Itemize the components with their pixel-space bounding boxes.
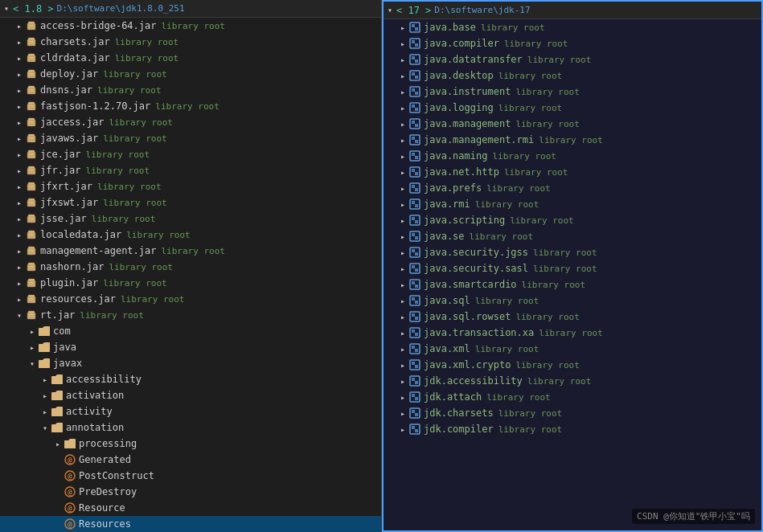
tree-item-java.instrument[interactable]: java.instrumentlibrary root — [384, 84, 761, 100]
tree-item-dnsns[interactable]: dnsns.jarlibrary root — [0, 82, 381, 98]
svg-rect-95 — [415, 124, 418, 127]
svg-rect-38 — [29, 218, 34, 219]
tree-item-jdk.attach[interactable]: jdk.attachlibrary root — [384, 389, 761, 405]
tree-item-jfxswt[interactable]: jfxswt.jarlibrary root — [0, 194, 381, 211]
tree-item-nashorn[interactable]: nashorn.jarlibrary root — [0, 259, 381, 275]
folder-icon — [39, 342, 50, 353]
tree-item-java.prefs[interactable]: java.prefslibrary root — [384, 180, 761, 196]
tree-item-java.xml.crypto[interactable]: java.xml.cryptolibrary root — [384, 357, 761, 373]
tree-item-java.naming[interactable]: java.naminglibrary root — [384, 148, 761, 164]
jar-icon — [26, 52, 37, 63]
item-label: jfr.jar — [40, 165, 81, 176]
tree-arrow — [51, 437, 64, 450]
svg-text:@: @ — [68, 473, 72, 481]
tree-arrow — [396, 117, 409, 130]
library-label: library root — [510, 215, 573, 226]
module-icon — [409, 150, 420, 162]
tree-item-java.base[interactable]: java.baselibrary root — [384, 19, 761, 35]
module-icon — [409, 263, 420, 274]
tree-item-java.datatransfer[interactable]: java.datatransferlibrary root — [384, 51, 761, 68]
library-label: library root — [539, 328, 602, 338]
tree-item-Resources[interactable]: @ Resources — [0, 516, 381, 532]
tree-item-java.xml[interactable]: java.xmllibrary root — [384, 341, 761, 357]
tree-item-java.sql.rowset[interactable]: java.sql.rowsetlibrary root — [384, 309, 761, 325]
watermark: CSDN @你知道"铁甲小宝"吗 — [632, 509, 755, 524]
tree-item-java.transaction.xa[interactable]: java.transaction.xalibrary root — [384, 325, 761, 341]
tree-item-activation[interactable]: activation — [0, 387, 381, 403]
tree-item-jaccess[interactable]: jaccess.jarlibrary root — [0, 114, 381, 130]
tree-item-java[interactable]: java — [0, 339, 381, 355]
tree-item-jfr[interactable]: jfr.jarlibrary root — [0, 162, 381, 178]
tree-item-Resource[interactable]: @ Resource — [0, 500, 381, 516]
tree-item-activity[interactable]: activity — [0, 403, 381, 419]
tree-item-rt[interactable]: rt.jarlibrary root — [0, 307, 381, 323]
tree-item-java.management[interactable]: java.managementlibrary root — [384, 116, 761, 132]
tree-item-accessibility[interactable]: accessibility — [0, 371, 381, 387]
tree-item-charsets[interactable]: charsets.jarlibrary root — [0, 34, 381, 50]
tree-item-java.compiler[interactable]: java.compilerlibrary root — [384, 35, 761, 51]
svg-rect-32 — [29, 186, 34, 186]
tree-item-cldrdata[interactable]: cldrdata.jarlibrary root — [0, 50, 381, 66]
svg-rect-137 — [415, 349, 418, 352]
tree-item-java.desktop[interactable]: java.desktoplibrary root — [384, 68, 761, 84]
svg-rect-63 — [51, 425, 63, 432]
svg-rect-119 — [415, 252, 418, 256]
tree-arrow — [396, 166, 409, 178]
tree-item-jsse[interactable]: jsse.jarlibrary root — [0, 211, 381, 227]
item-label: jdk.charsets — [424, 407, 494, 419]
item-label: java.instrument — [424, 86, 511, 97]
right-panel: < 17 > D:\software\jdk-17 java.baselibra… — [382, 0, 763, 532]
tree-item-java.logging[interactable]: java.logginglibrary root — [384, 100, 761, 116]
tree-item-localedata[interactable]: localedata.jarlibrary root — [0, 227, 381, 243]
tree-item-jfxrt[interactable]: jfxrt.jarlibrary root — [0, 178, 381, 194]
left-panel-header[interactable]: < 1.8 > D:\software\jdk1.8.0_251 — [0, 0, 381, 18]
tree-item-java.sql[interactable]: java.sqllibrary root — [384, 293, 761, 309]
tree-item-plugin[interactable]: plugin.jarlibrary root — [0, 275, 381, 291]
tree-item-java.se[interactable]: java.selibrary root — [384, 228, 761, 244]
tree-item-Generated[interactable]: @ Generated — [0, 452, 381, 468]
right-panel-header[interactable]: < 17 > D:\software\jdk-17 — [384, 2, 761, 19]
tree-item-resources[interactable]: resources.jarlibrary root — [0, 291, 381, 307]
annotation-icon: @ — [64, 486, 76, 497]
tree-item-javax[interactable]: javax — [0, 355, 381, 371]
jar-icon — [26, 197, 37, 208]
svg-rect-31 — [28, 182, 35, 185]
tree-item-java.scripting[interactable]: java.scriptinglibrary root — [384, 212, 761, 228]
svg-rect-125 — [415, 284, 418, 288]
tree-item-processing[interactable]: processing — [0, 436, 381, 452]
tree-item-java.security.jgss[interactable]: java.security.jgsslibrary root — [384, 244, 761, 260]
module-icon — [409, 295, 420, 306]
tree-item-PostConstruct[interactable]: @ PostConstruct — [0, 468, 381, 484]
tree-item-java.smartcardio[interactable]: java.smartcardiolibrary root — [384, 276, 761, 293]
tree-arrow — [13, 116, 26, 129]
tree-item-java.net.http[interactable]: java.net.httplibrary root — [384, 164, 761, 180]
tree-item-PreDestroy[interactable]: @ PreDestroy — [0, 484, 381, 500]
tree-item-management-agent[interactable]: management-agent.jarlibrary root — [0, 243, 381, 259]
tree-item-java.management.rmi[interactable]: java.management.rmilibrary root — [384, 132, 761, 148]
tree-item-com[interactable]: com — [0, 323, 381, 339]
tree-item-jce[interactable]: jce.jarlibrary root — [0, 146, 381, 162]
tree-item-javaws[interactable]: javaws.jarlibrary root — [0, 130, 381, 146]
item-label: accessibility — [66, 374, 142, 385]
tree-item-annotation[interactable]: annotation — [0, 419, 381, 436]
module-icon — [409, 70, 420, 81]
svg-rect-1 — [28, 22, 35, 24]
tree-item-access-bridge[interactable]: access-bridge-64.jarlibrary root — [0, 18, 381, 34]
left-tree: access-bridge-64.jarlibrary root charset… — [0, 18, 381, 532]
tree-item-deploy[interactable]: deploy.jarlibrary root — [0, 66, 381, 82]
item-label: rt.jar — [40, 309, 75, 321]
tree-item-jdk.accessibility[interactable]: jdk.accessibilitylibrary root — [384, 373, 761, 389]
svg-rect-26 — [29, 153, 34, 154]
svg-rect-142 — [412, 378, 415, 381]
tree-item-java.rmi[interactable]: java.rmilibrary root — [384, 196, 761, 212]
tree-item-jdk.charsets[interactable]: jdk.charsetslibrary root — [384, 405, 761, 421]
tree-arrow — [13, 132, 26, 145]
tree-item-jdk.compiler[interactable]: jdk.compilerlibrary root — [384, 421, 761, 437]
tree-arrow — [396, 230, 409, 243]
svg-rect-80 — [415, 43, 418, 47]
svg-rect-7 — [28, 54, 35, 56]
tree-item-java.security.sasl[interactable]: java.security.sasllibrary root — [384, 260, 761, 276]
tree-arrow — [396, 310, 409, 323]
module-icon — [409, 198, 420, 210]
tree-item-fastjson[interactable]: fastjson-1.2.70.jarlibrary root — [0, 98, 381, 114]
